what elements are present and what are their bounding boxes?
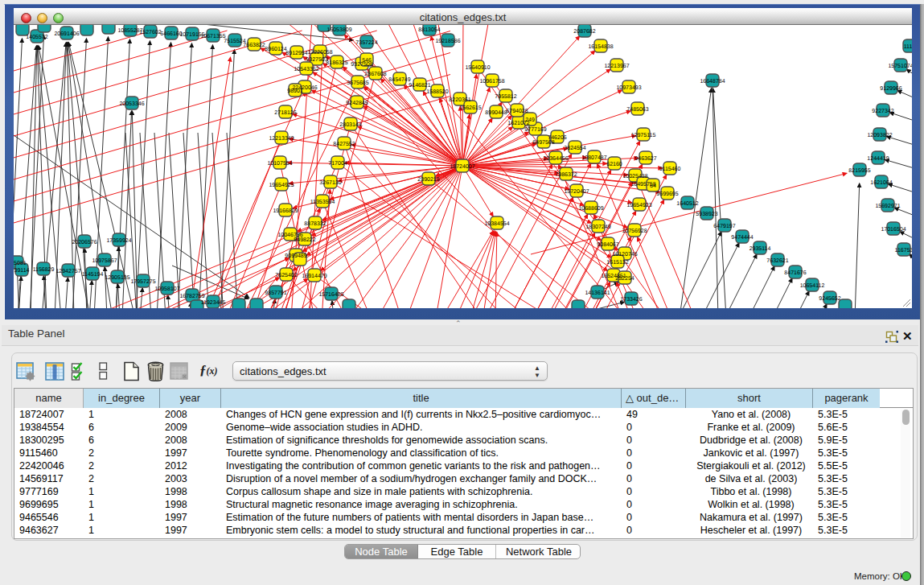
svg-text:7986372: 7986372 <box>555 172 577 178</box>
svg-text:10025438: 10025438 <box>622 174 647 179</box>
svg-text:1145194: 1145194 <box>82 272 104 278</box>
svg-text:15692971: 15692971 <box>875 204 900 209</box>
svg-text:13226058: 13226058 <box>307 50 332 56</box>
svg-text:19654925: 19654925 <box>269 183 294 188</box>
svg-text:12213349: 12213349 <box>269 136 294 142</box>
svg-text:19218586: 19218586 <box>435 39 460 44</box>
svg-text:5938923: 5938923 <box>696 212 717 217</box>
svg-text:9474444: 9474444 <box>731 235 753 241</box>
svg-text:1112: 1112 <box>904 44 912 50</box>
svg-text:8215955: 8215955 <box>848 168 870 174</box>
svg-text:9327503: 9327503 <box>306 57 327 63</box>
svg-text:2718126: 2718126 <box>274 110 296 116</box>
svg-text:18724007: 18724007 <box>450 164 474 170</box>
svg-text:11353594: 11353594 <box>310 200 335 205</box>
svg-text:8220361: 8220361 <box>449 97 470 103</box>
svg-text:16782759: 16782759 <box>179 294 204 299</box>
svg-text:8186325: 8186325 <box>326 60 347 66</box>
svg-text:16648784: 16648784 <box>700 79 725 84</box>
svg-text:62160: 62160 <box>606 162 622 167</box>
svg-text:10654112: 10654112 <box>800 283 825 289</box>
svg-text:116753: 116753 <box>895 248 912 253</box>
svg-text:546: 546 <box>362 58 372 64</box>
svg-text:19654923: 19654923 <box>626 203 651 208</box>
svg-text:8960124: 8960124 <box>265 47 286 52</box>
svg-text:8990448: 8990448 <box>485 110 507 116</box>
svg-text:20691406: 20691406 <box>54 31 79 37</box>
svg-text:17359924: 17359924 <box>106 238 131 244</box>
svg-text:15720407: 15720407 <box>564 189 589 195</box>
svg-text:2087682: 2087682 <box>573 29 595 35</box>
svg-text:2390215: 2390215 <box>417 177 439 183</box>
svg-text:9777169: 9777169 <box>524 127 546 133</box>
svg-text:12905135: 12905135 <box>105 275 129 281</box>
svg-text:9115460: 9115460 <box>659 167 681 172</box>
svg-text:1733426: 1733426 <box>620 297 642 303</box>
svg-text:1588520: 1588520 <box>426 89 448 95</box>
svg-text:3824554: 3824554 <box>564 146 585 151</box>
svg-text:15640910: 15640910 <box>465 65 490 71</box>
svg-text:9245652: 9245652 <box>819 296 840 302</box>
svg-text:9498222: 9498222 <box>294 237 315 243</box>
svg-text:10671355: 10671355 <box>200 34 225 39</box>
svg-text:64: 64 <box>650 183 656 189</box>
svg-text:16053809: 16053809 <box>326 27 351 33</box>
svg-text:18307249: 18307249 <box>585 225 610 230</box>
svg-text:17957275: 17957275 <box>130 279 155 285</box>
svg-text:3675685: 3675685 <box>347 80 368 86</box>
svg-text:19384554: 19384554 <box>484 221 509 227</box>
svg-text:12213967: 12213967 <box>604 64 629 69</box>
svg-text:9146821: 9146821 <box>409 83 430 89</box>
svg-text:20364456: 20364456 <box>543 156 568 162</box>
svg-text:9084067: 9084067 <box>597 242 618 248</box>
svg-text:8912954: 8912954 <box>285 51 307 56</box>
svg-text:19166829: 19166829 <box>273 208 298 214</box>
svg-text:39114: 39114 <box>14 268 30 274</box>
svg-text:10958107: 10958107 <box>154 286 179 292</box>
svg-text:7357224: 7357224 <box>355 40 377 46</box>
svg-text:2867608: 2867608 <box>364 72 386 77</box>
svg-text:6479197: 6479197 <box>713 224 735 229</box>
svg-text:1621064: 1621064 <box>870 180 892 186</box>
svg-text:2803144: 2803144 <box>339 122 361 128</box>
svg-text:8454749: 8454749 <box>388 77 410 83</box>
svg-text:249: 249 <box>525 117 535 123</box>
svg-text:7485063: 7485063 <box>626 107 648 113</box>
svg-text:10107554: 10107554 <box>267 161 292 167</box>
svg-text:7625402: 7625402 <box>275 273 297 278</box>
svg-text:8427552: 8427552 <box>333 142 355 147</box>
svg-text:1527602: 1527602 <box>139 30 161 35</box>
svg-text:16120746: 16120746 <box>612 252 637 257</box>
svg-text:9857791: 9857791 <box>265 290 286 296</box>
svg-text:10543362: 10543362 <box>294 67 318 72</box>
svg-text:10973493: 10973493 <box>616 85 641 91</box>
svg-text:9227342: 9227342 <box>872 109 893 114</box>
svg-text:9699695: 9699695 <box>656 192 678 197</box>
svg-text:15716485: 15716485 <box>318 292 343 298</box>
svg-text:2935114: 2935114 <box>749 246 771 252</box>
svg-text:8813054: 8813054 <box>418 27 440 33</box>
svg-text:7632621: 7632621 <box>766 258 788 264</box>
svg-text:9242845: 9242845 <box>346 101 368 106</box>
svg-text:20053346: 20053346 <box>119 101 144 107</box>
svg-text:12093822: 12093822 <box>867 133 892 138</box>
svg-text:7663822: 7663822 <box>243 43 265 48</box>
svg-text:98901: 98901 <box>287 89 303 94</box>
svg-text:9129966: 9129966 <box>880 86 901 92</box>
svg-text:10756928: 10756928 <box>622 229 647 234</box>
svg-text:12942757: 12942757 <box>55 269 80 274</box>
svg-text:6794028: 6794028 <box>506 109 528 114</box>
svg-text:10807487: 10807487 <box>581 155 606 161</box>
svg-text:10961758: 10961758 <box>479 79 504 84</box>
svg-text:1156829: 1156829 <box>33 267 55 273</box>
svg-text:6497568: 6497568 <box>532 140 554 146</box>
svg-text:717004: 717004 <box>328 161 347 167</box>
svg-text:8471676: 8471676 <box>784 270 806 276</box>
svg-text:17016504: 17016504 <box>881 227 906 233</box>
svg-text:1640512: 1640512 <box>676 201 698 207</box>
svg-text:1244419: 1244419 <box>867 156 889 162</box>
svg-text:1615132: 1615132 <box>606 260 628 266</box>
svg-text:14136141: 14136141 <box>585 290 610 296</box>
svg-text:16914479: 16914479 <box>302 274 326 279</box>
svg-text:8878332: 8878332 <box>304 221 326 227</box>
